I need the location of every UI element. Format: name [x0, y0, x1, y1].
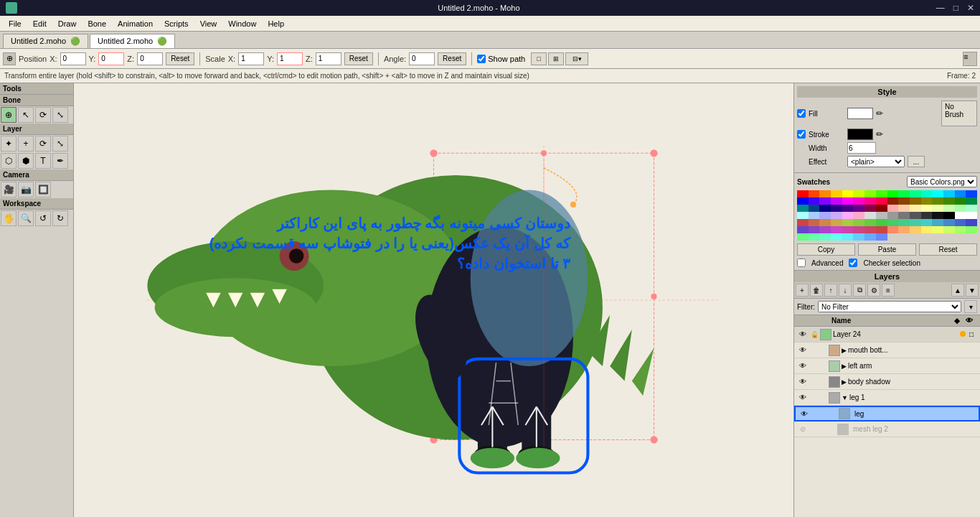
color-cell-75[interactable] [921, 219, 933, 226]
layer-duplicate-button[interactable]: ⧉ [853, 284, 866, 297]
color-cell-54[interactable] [864, 212, 876, 219]
stroke-color-swatch[interactable] [847, 129, 873, 140]
checker-checkbox[interactable] [849, 258, 857, 267]
color-cell-98[interactable] [819, 233, 831, 241]
layer-settings-button[interactable]: ⚙ [867, 284, 880, 297]
color-cell-69[interactable] [853, 219, 864, 226]
color-cell-87[interactable] [876, 226, 887, 233]
color-cell-17[interactable] [809, 197, 820, 205]
menu-file[interactable]: File [3, 18, 27, 29]
color-cell-56[interactable] [887, 212, 899, 219]
color-cell-3[interactable] [831, 190, 842, 197]
color-cell-11[interactable] [921, 190, 933, 197]
swatches-select[interactable]: Basic Colors.png [907, 176, 977, 187]
color-cell-38[interactable] [864, 205, 876, 212]
fill-edit-icon[interactable]: ✏ [876, 108, 883, 118]
show-path-checkbox[interactable]: Show path [477, 55, 525, 63]
effect-select[interactable]: <plain> [847, 156, 905, 167]
color-cell-93[interactable] [943, 226, 955, 233]
color-cell-102[interactable] [864, 233, 876, 241]
color-cell-86[interactable] [864, 226, 876, 233]
tool-btn-12[interactable]: 🎥 [1, 182, 17, 197]
color-cell-8[interactable] [887, 190, 899, 197]
menu-bone[interactable]: Bone [82, 18, 112, 29]
menu-animation[interactable]: Animation [112, 18, 159, 29]
menu-edit[interactable]: Edit [27, 18, 52, 29]
color-cell-43[interactable] [921, 205, 933, 212]
color-cell-101[interactable] [853, 233, 864, 241]
menu-scripts[interactable]: Scripts [159, 18, 194, 29]
menu-help[interactable]: Help [262, 18, 290, 29]
layer-scroll-down[interactable]: ▼ [966, 284, 979, 297]
color-cell-26[interactable] [910, 197, 921, 205]
color-cell-36[interactable] [842, 205, 854, 212]
layer-options-button[interactable]: ≡ [882, 284, 895, 297]
color-cell-9[interactable] [898, 190, 910, 197]
layer-add-button[interactable]: + [796, 284, 809, 297]
color-cell-7[interactable] [876, 190, 887, 197]
tool-btn-17[interactable]: ↺ [35, 210, 51, 226]
maximize-button[interactable]: □ [953, 3, 958, 13]
color-cell-60[interactable] [932, 212, 943, 219]
color-cell-42[interactable] [910, 205, 921, 212]
tool-btn-2[interactable]: ⟳ [35, 107, 51, 123]
reset-scale-button[interactable]: Reset [344, 52, 373, 65]
color-cell-95[interactable] [966, 226, 977, 233]
tab-0[interactable]: Untitled 2.moho 🟢 [3, 34, 88, 48]
eye-leg[interactable] [798, 408, 810, 419]
layer-delete-button[interactable]: 🗑 [810, 284, 823, 297]
color-cell-34[interactable] [819, 205, 831, 212]
color-cell-91[interactable] [921, 226, 933, 233]
reset-position-button[interactable]: Reset [166, 52, 194, 65]
tool-btn-14[interactable]: 🔲 [35, 182, 51, 197]
stroke-edit-icon[interactable]: ✏ [876, 129, 883, 139]
reset-angle-button[interactable]: Reset [438, 52, 466, 65]
layer-move-up-button[interactable]: ↑ [824, 284, 837, 297]
color-cell-51[interactable] [831, 212, 842, 219]
close-button[interactable]: ✕ [967, 3, 974, 13]
tab-1[interactable]: Untitled 2.moho 🟢 [90, 34, 175, 48]
vis-meshleg2[interactable] [966, 424, 977, 435]
color-cell-39[interactable] [876, 205, 887, 212]
tool-btn-3[interactable]: ⤡ [52, 107, 68, 123]
color-cell-24[interactable] [887, 197, 899, 205]
color-cell-1[interactable] [809, 190, 820, 197]
color-cell-31[interactable] [966, 197, 977, 205]
color-cell-88[interactable] [887, 226, 899, 233]
tool-btn-11[interactable]: ✒ [52, 153, 68, 169]
tool-btn-8[interactable]: ⬡ [1, 153, 17, 169]
angle-input[interactable] [409, 52, 435, 65]
cam-btn-3[interactable]: ⊟▾ [565, 52, 588, 65]
color-cell-45[interactable] [943, 205, 955, 212]
vis-leftarm[interactable] [966, 360, 977, 372]
color-cell-53[interactable] [853, 212, 864, 219]
paste-swatch-button[interactable]: Paste [858, 243, 916, 256]
color-cell-13[interactable] [943, 190, 955, 197]
arrow-bodyshadow[interactable]: ▶ [842, 378, 847, 386]
color-cell-14[interactable] [955, 190, 966, 197]
canvas-viewport[interactable]: دوستان کسی میتونه بگه چطور به پای این کا… [74, 83, 793, 517]
tool-btn-18[interactable]: ↻ [52, 210, 68, 226]
color-cell-63[interactable] [966, 212, 977, 219]
color-cell-21[interactable] [853, 197, 864, 205]
expand-button[interactable]: ≡ [963, 52, 977, 66]
color-cell-85[interactable] [853, 226, 864, 233]
color-cell-82[interactable] [819, 226, 831, 233]
vis-mouthbott[interactable] [966, 345, 977, 356]
tool-btn-6[interactable]: ⟳ [35, 136, 51, 152]
color-cell-0[interactable] [797, 190, 809, 197]
vis-bodyshadow[interactable] [966, 376, 977, 388]
eye-bodyshadow[interactable] [797, 376, 809, 388]
filter-select[interactable]: No Filter [818, 301, 961, 312]
color-cell-70[interactable] [864, 219, 876, 226]
lock-leftarm[interactable] [809, 360, 820, 372]
eye-leftarm[interactable] [797, 360, 809, 372]
color-cell-72[interactable] [887, 219, 899, 226]
color-cell-2[interactable] [819, 190, 831, 197]
color-cell-90[interactable] [910, 226, 921, 233]
tool-btn-4[interactable]: ✦ [1, 136, 17, 152]
vis-leg1[interactable] [966, 392, 977, 404]
fill-color-swatch[interactable] [847, 108, 873, 119]
position-x-input[interactable] [60, 52, 86, 65]
color-cell-10[interactable] [910, 190, 921, 197]
